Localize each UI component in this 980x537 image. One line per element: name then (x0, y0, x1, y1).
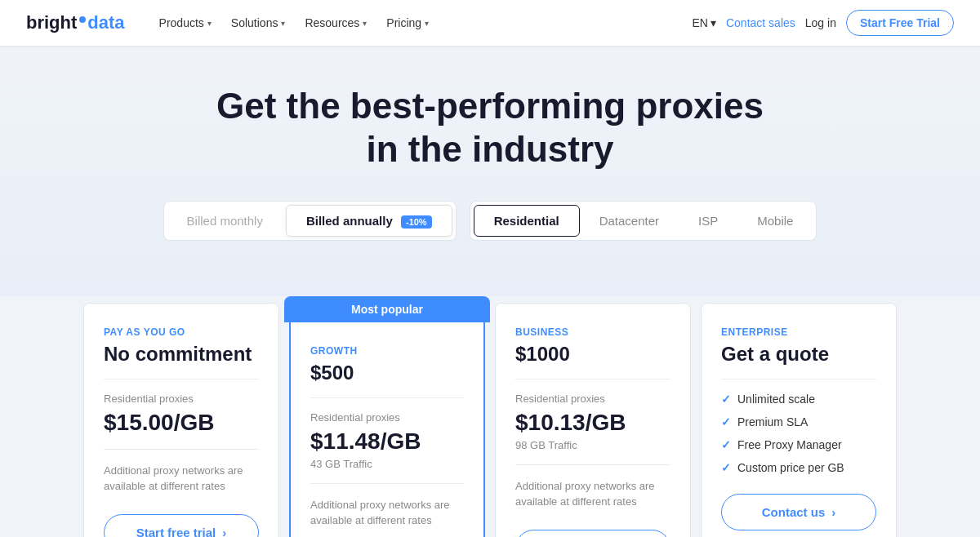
card-business-inner: BUSINESS $1000 Residential proxies $10.1… (495, 303, 691, 537)
divider (310, 397, 464, 398)
card-growth-outer: Most popular GROWTH $500 Residential pro… (284, 296, 490, 537)
check-icon: ✓ (721, 393, 731, 406)
proxy-label-business: Residential proxies (515, 393, 670, 405)
chevron-down-icon: ▾ (281, 19, 285, 28)
chevron-down-icon: ▾ (207, 19, 212, 28)
divider (515, 464, 670, 465)
logo-data: data (87, 12, 124, 33)
feature-list-enterprise: ✓ Unlimited scale ✓ Premium SLA ✓ Free P… (721, 393, 876, 474)
card-enterprise: ENTERPRISE Get a quote ✓ Unlimited scale… (696, 296, 902, 537)
cta-business[interactable]: Start free trial › (515, 530, 670, 537)
arrow-right-icon: › (222, 526, 226, 537)
hero-section: Get the best-performing proxies in the i… (0, 46, 980, 296)
nav-links: Products ▾ Solutions ▾ Resources ▾ Prici… (151, 10, 693, 36)
plan-name-payg: No commitment (104, 343, 259, 366)
proxy-type-tabs: Residential Datacenter ISP Mobile (470, 201, 817, 241)
tab-residential[interactable]: Residential (474, 205, 580, 237)
nav-products[interactable]: Products ▾ (151, 10, 220, 36)
chevron-down-icon: ▾ (710, 16, 716, 29)
nav-right: EN ▾ Contact sales Log in Start Free Tri… (693, 10, 954, 36)
nav-solutions[interactable]: Solutions ▾ (223, 10, 294, 36)
card-growth: GROWTH $500 Residential proxies $11.48/G… (289, 322, 485, 537)
hero-title: Get the best-performing proxies in the i… (204, 85, 776, 171)
tab-isp[interactable]: ISP (679, 206, 737, 236)
language-selector[interactable]: EN ▾ (693, 16, 716, 29)
divider (515, 379, 670, 379)
price-business: $10.13/GB (515, 410, 670, 436)
nav-pricing[interactable]: Pricing ▾ (378, 10, 437, 36)
divider (104, 449, 259, 450)
card-enterprise-inner: ENTERPRISE Get a quote ✓ Unlimited scale… (701, 303, 897, 537)
nav-start-free-trial-button[interactable]: Start Free Trial (846, 10, 954, 36)
logo[interactable]: brightdata (26, 12, 125, 33)
proxy-label-growth: Residential proxies (310, 411, 464, 424)
price-growth: $11.48/GB (310, 428, 464, 455)
list-item: ✓ Custom price per GB (721, 461, 876, 474)
price-payg: $15.00/GB (104, 410, 259, 436)
plan-type-growth: GROWTH (310, 345, 464, 357)
check-icon: ✓ (721, 438, 731, 451)
arrow-right-icon: › (831, 505, 835, 519)
additional-text-business: Additional proxy networks are available … (515, 478, 670, 510)
chevron-down-icon: ▾ (425, 19, 429, 28)
proxy-label-payg: Residential proxies (104, 393, 259, 405)
billing-tabs: Billed monthly Billed annually -10% (163, 201, 457, 241)
logo-bright: bright (26, 12, 77, 33)
traffic-growth: 43 GB Traffic (310, 458, 464, 470)
tabs-row: Billed monthly Billed annually -10% Resi… (16, 201, 964, 241)
chevron-down-icon: ▾ (363, 19, 367, 28)
contact-sales-link[interactable]: Contact sales (726, 16, 795, 29)
list-item: ✓ Premium SLA (721, 415, 876, 428)
plan-type-payg: PAY AS YOU GO (104, 326, 259, 338)
login-button[interactable]: Log in (805, 16, 836, 29)
divider (310, 483, 464, 484)
check-icon: ✓ (721, 415, 731, 428)
tab-billed-monthly[interactable]: Billed monthly (167, 206, 283, 236)
additional-text-growth: Additional proxy networks are available … (310, 497, 464, 529)
plan-name-business: $1000 (515, 343, 670, 366)
card-payg: PAY AS YOU GO No commitment Residential … (78, 296, 284, 537)
cta-payg[interactable]: Start free trial › (104, 514, 259, 537)
plan-name-enterprise: Get a quote (721, 343, 876, 366)
most-popular-banner: Most popular (284, 296, 490, 322)
check-icon: ✓ (721, 461, 731, 474)
card-payg-inner: PAY AS YOU GO No commitment Residential … (83, 303, 279, 537)
tab-mobile[interactable]: Mobile (737, 206, 813, 236)
divider (104, 379, 259, 379)
additional-text-payg: Additional proxy networks are available … (104, 463, 259, 495)
cta-enterprise[interactable]: Contact us › (721, 494, 876, 530)
traffic-business: 98 GB Traffic (515, 439, 670, 451)
navbar: brightdata Products ▾ Solutions ▾ Resour… (0, 0, 980, 46)
plan-type-enterprise: ENTERPRISE (721, 326, 876, 338)
list-item: ✓ Unlimited scale (721, 393, 876, 406)
pricing-cards: PAY AS YOU GO No commitment Residential … (41, 296, 939, 537)
tab-datacenter[interactable]: Datacenter (580, 206, 679, 236)
pricing-section: PAY AS YOU GO No commitment Residential … (0, 296, 980, 537)
card-business: BUSINESS $1000 Residential proxies $10.1… (490, 296, 696, 537)
plan-type-business: BUSINESS (515, 326, 670, 338)
logo-dot (79, 16, 86, 23)
nav-resources[interactable]: Resources ▾ (296, 10, 375, 36)
tab-billed-annually[interactable]: Billed annually -10% (286, 205, 452, 237)
list-item: ✓ Free Proxy Manager (721, 438, 876, 451)
plan-name-growth: $500 (310, 362, 464, 384)
discount-badge: -10% (401, 215, 432, 229)
divider (721, 379, 876, 379)
